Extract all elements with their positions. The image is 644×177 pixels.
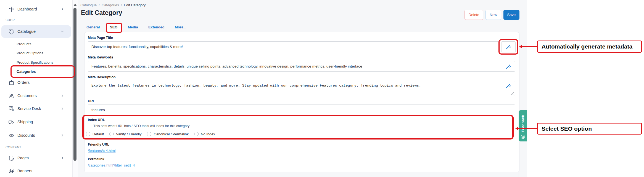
friendly-url-label: Friendly URL [88,143,109,146]
breadcrumb-separator: / [121,3,122,7]
tab-media[interactable]: Media [128,25,138,29]
sidebar-item-service-desk[interactable]: ? ! Service Desk [0,104,72,113]
meta-keywords-label: Meta Keywords [88,55,113,59]
sidebar-item-dashboard[interactable]: Dashboard [0,5,72,13]
sidebar-scrollbar-thumb[interactable] [73,8,76,161]
permalink-link[interactable]: /categories.html?filter_set[]=4 [88,163,135,167]
radio-circle[interactable] [86,132,90,136]
sidebar-item-label: Catalogue [17,29,36,34]
users-icon [8,93,15,99]
meta-page-title-input[interactable] [88,41,500,52]
friendly-url-link[interactable]: /features/c-4.html [88,149,115,153]
meta-description-textarea[interactable]: Explore the latest features in technolog… [88,81,515,96]
truck-icon [8,119,15,125]
sidebar-item-categories[interactable]: Categories [0,68,72,75]
tab-general[interactable]: General [86,25,100,29]
meta-keywords-input[interactable] [88,61,515,72]
index-url-label: Index URL [88,118,105,122]
sidebar-item-products[interactable]: Products [0,40,72,47]
sidebar-item-catalogue[interactable]: Catalogue [0,27,72,36]
radio-default[interactable]: Default [86,132,104,136]
breadcrumb-categories[interactable]: Categories [102,3,119,7]
chevron-right-icon [60,7,65,11]
radio-circle[interactable] [194,132,199,136]
sidebar-item-pages[interactable]: Pages [0,154,72,162]
arrow-to-wand [522,46,537,47]
meta-page-title-label: Meta Page Title [88,36,113,40]
generate-metadata-button[interactable] [501,41,516,52]
chat-help-icon: ? ! [8,106,15,112]
svg-text:%: % [10,134,12,137]
breadcrumb-separator: / [99,3,100,7]
tab-extended[interactable]: Extended [148,25,165,29]
percent-tag-icon: % [8,132,15,139]
radio-vanity-friendly[interactable]: Vanity / Friendly [109,132,141,136]
scroll-up-arrow[interactable] [73,4,77,6]
chevron-right-icon [60,93,65,98]
radio-circle[interactable] [147,132,151,136]
chevron-right-icon [60,156,65,160]
tab-seo[interactable]: SEO [110,25,117,29]
page-title: Edit Category [81,9,122,17]
edit-category-page: Dashboard SHOP Catalogue Products Produc… [0,0,644,177]
chevron-right-icon [60,106,65,111]
tab-more[interactable]: More... [175,25,186,29]
sidebar-item-label: Dashboard [17,7,37,11]
radio-circle[interactable] [109,132,114,136]
tag-icon [8,28,15,35]
page-edit-icon [8,155,15,161]
seo-form-card [84,32,519,172]
feedback-label: Feedback [521,115,525,132]
url-input[interactable] [88,104,515,115]
radio-canonical-permalink[interactable]: Canonical / Permalink [147,132,188,136]
breadcrumb-catalogue[interactable]: Catalogue [80,3,97,7]
breadcrumb: Catalogue / Categories / Edit Category [80,3,146,7]
breadcrumb-current: Edit Category [124,3,146,7]
images-icon [8,168,15,174]
delete-button[interactable]: Delete [464,10,483,20]
sidebar-item-orders[interactable]: Orders [0,78,72,87]
url-label: URL [88,99,95,103]
magic-wand-icon[interactable] [505,83,511,89]
header-actions: Delete New Save [464,10,519,20]
bar-chart-icon [8,6,15,12]
sidebar-item-banners[interactable]: Banners [0,167,72,175]
sidebar-section-shop: SHOP [6,18,15,22]
arrow-to-index-url [518,128,537,129]
chevron-down-icon [60,29,65,34]
svg-text:!: ! [13,109,13,111]
sidebar-item-customers[interactable]: Customers [0,92,72,100]
sidebar-item-product-options[interactable]: Product Options [0,49,72,57]
chevron-right-icon [60,133,65,138]
package-icon [8,79,15,86]
magic-wand-icon [505,44,511,50]
callout-select-seo: Select SEO option [537,123,642,135]
sidebar-item-shipping[interactable]: Shipping [0,118,72,126]
permalink-label: Permalink [88,157,104,161]
radio-no-index[interactable]: No Index [194,132,215,136]
callout-generate-metadata: Automatically generate metadata [537,41,642,53]
smiley-icon [520,134,526,140]
magic-wand-icon[interactable] [505,63,511,69]
index-url-options: Default Vanity / Friendly Canonical / Pe… [86,132,215,136]
sidebar-item-discounts[interactable]: % Discounts [0,131,72,140]
svg-text:?: ? [10,106,12,109]
tree-line-glyph [89,124,91,126]
sidebar-item-product-specifications[interactable]: Product Specifications [0,59,72,66]
new-button[interactable]: New [485,10,501,20]
feedback-tab[interactable]: Feedback [519,110,527,141]
index-url-help: This sets what URL bots / SEO tools will… [89,124,189,128]
sidebar: Dashboard SHOP Catalogue Products Produc… [0,0,72,177]
sidebar-section-content: CONTENT [6,146,21,149]
save-button[interactable]: Save [503,10,519,20]
meta-description-label: Meta Description [88,75,116,79]
